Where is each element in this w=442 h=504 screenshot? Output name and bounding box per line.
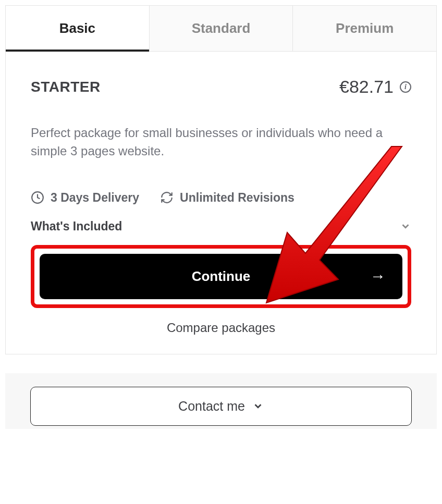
plan-price: €82.71 — [339, 77, 394, 97]
chevron-down-icon — [252, 400, 264, 412]
contact-label: Contact me — [178, 399, 245, 414]
chevron-down-icon — [400, 220, 411, 232]
revisions-text: Unlimited Revisions — [180, 191, 294, 205]
arrow-right-icon: → — [370, 267, 386, 285]
refresh-icon — [160, 191, 174, 204]
delivery-item: 3 Days Delivery — [31, 191, 139, 205]
package-body: STARTER €82.71 i Perfect package for sma… — [6, 52, 436, 354]
whats-included-label: What's Included — [31, 219, 122, 233]
plan-description: Perfect package for small businesses or … — [31, 124, 411, 161]
whats-included-toggle[interactable]: What's Included — [31, 219, 411, 233]
continue-button[interactable]: Continue → — [40, 254, 402, 299]
meta-row: 3 Days Delivery Unlimited Revisions — [31, 191, 411, 205]
tab-premium[interactable]: Premium — [293, 6, 436, 51]
continue-highlight: Continue → — [31, 245, 411, 308]
delivery-text: 3 Days Delivery — [51, 191, 139, 205]
tab-basic[interactable]: Basic — [6, 6, 150, 51]
clock-icon — [31, 191, 44, 204]
info-icon[interactable]: i — [400, 81, 411, 93]
plan-name: STARTER — [31, 79, 101, 95]
price-wrap: €82.71 i — [339, 77, 411, 97]
contact-section: Contact me — [5, 373, 437, 429]
title-row: STARTER €82.71 i — [31, 77, 411, 97]
tabs-row: Basic Standard Premium — [6, 6, 436, 52]
tab-standard[interactable]: Standard — [150, 6, 293, 51]
contact-me-button[interactable]: Contact me — [30, 387, 412, 426]
package-card: Basic Standard Premium STARTER €82.71 i … — [5, 5, 437, 354]
compare-packages-link[interactable]: Compare packages — [31, 321, 411, 335]
revisions-item: Unlimited Revisions — [160, 191, 294, 205]
continue-label: Continue — [192, 268, 251, 285]
